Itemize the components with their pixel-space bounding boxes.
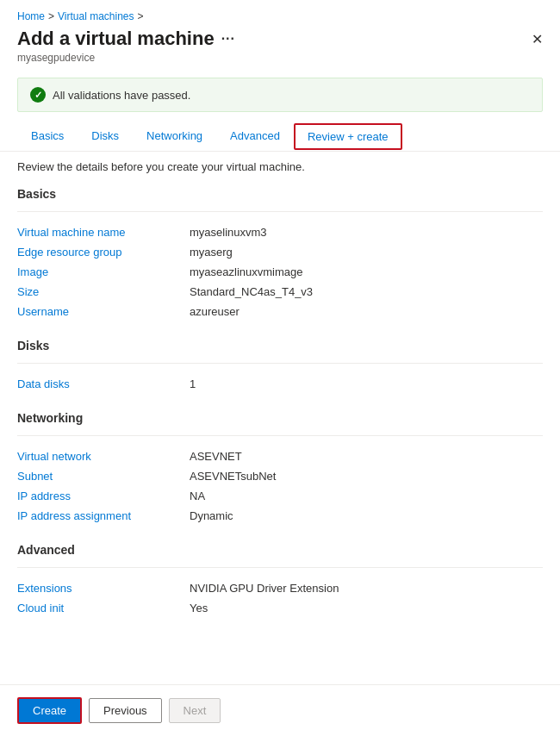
tab-networking[interactable]: Networking [133,122,216,151]
validation-message: All validations have passed. [53,89,190,102]
close-icon[interactable]: ✕ [532,31,543,47]
label-extensions: Extensions [17,582,190,595]
validation-banner: All validations have passed. [17,78,543,112]
label-username: Username [17,305,190,318]
value-data-disks: 1 [190,377,196,390]
tabs: Basics Disks Networking Advanced Review … [0,122,560,152]
section-disks: Disks Data disks 1 [17,339,543,394]
detail-row: IP address assignment Dynamic [17,506,543,526]
footer: Create Previous Next [0,684,560,736]
check-icon [30,87,46,103]
label-vm-name: Virtual machine name [17,226,190,239]
value-image: myaseazlinuxvmimage [190,265,303,278]
previous-button[interactable]: Previous [89,698,162,723]
value-username: azureuser [190,305,240,318]
detail-row: IP address NA [17,486,543,506]
section-networking: Networking Virtual network ASEVNET Subne… [17,411,543,526]
detail-row: Username azureuser [17,302,543,321]
divider-advanced [17,567,543,568]
value-ip-assignment: Dynamic [190,509,233,522]
detail-row: Subnet ASEVNETsubNet [17,466,543,486]
detail-row: Image myaseazlinuxvmimage [17,262,543,282]
value-virtual-network: ASEVNET [190,450,242,463]
section-basics: Basics Virtual machine name myaselinuxvm… [17,187,543,321]
detail-row: Extensions NVIDIA GPU Driver Extension [17,578,543,598]
detail-row: Data disks 1 [17,374,543,394]
section-title-basics: Basics [17,187,543,204]
breadcrumb-sep1: > [48,10,54,22]
value-subnet: ASEVNETsubNet [190,470,276,483]
detail-row: Edge resource group myaserg [17,242,543,262]
label-size: Size [17,285,190,298]
label-ip-address: IP address [17,490,190,502]
detail-row: Size Standard_NC4as_T4_v3 [17,282,543,302]
content-area: Basics Virtual machine name myaselinuxvm… [0,180,560,684]
tab-review-create[interactable]: Review + create [294,123,402,150]
divider-basics [17,211,543,212]
label-image: Image [17,265,190,278]
divider-disks [17,363,543,364]
detail-row: Virtual machine name myaselinuxvm3 [17,222,543,242]
section-title-disks: Disks [17,339,543,356]
label-virtual-network: Virtual network [17,450,190,463]
ellipsis-icon[interactable]: ··· [221,31,235,47]
page-title: Add a virtual machine ··· [17,28,235,50]
value-extensions: NVIDIA GPU Driver Extension [190,582,339,595]
next-button: Next [169,698,221,723]
label-data-disks: Data disks [17,377,190,390]
header-row: Add a virtual machine ··· ✕ [0,26,560,50]
divider-networking [17,435,543,436]
value-vm-name: myaselinuxvm3 [190,226,267,239]
detail-row: Virtual network ASEVNET [17,446,543,466]
label-ip-assignment: IP address assignment [17,509,190,522]
title-text: Add a virtual machine [17,28,215,50]
detail-row: Cloud init Yes [17,598,543,618]
tab-advanced[interactable]: Advanced [216,122,294,151]
subtitle: myasegpudevice [0,50,560,71]
section-title-advanced: Advanced [17,543,543,560]
create-button[interactable]: Create [17,697,82,724]
value-ip-address: NA [190,490,205,502]
header-icons: ✕ [532,31,543,47]
label-cloud-init: Cloud init [17,602,190,614]
tab-basics[interactable]: Basics [17,122,78,151]
review-subtitle: Review the details before you create you… [0,152,560,180]
section-advanced: Advanced Extensions NVIDIA GPU Driver Ex… [17,543,543,618]
breadcrumb-virtual-machines[interactable]: Virtual machines [58,10,134,22]
breadcrumb-home[interactable]: Home [17,10,45,22]
breadcrumb-sep2: > [138,10,144,22]
value-size: Standard_NC4as_T4_v3 [190,285,313,298]
tab-disks[interactable]: Disks [78,122,133,151]
section-title-networking: Networking [17,411,543,428]
value-resource-group: myaserg [190,246,233,259]
label-subnet: Subnet [17,470,190,483]
value-cloud-init: Yes [190,602,208,614]
label-resource-group: Edge resource group [17,246,190,259]
breadcrumb: Home > Virtual machines > [0,0,560,26]
page-container: Home > Virtual machines > Add a virtual … [0,0,560,736]
